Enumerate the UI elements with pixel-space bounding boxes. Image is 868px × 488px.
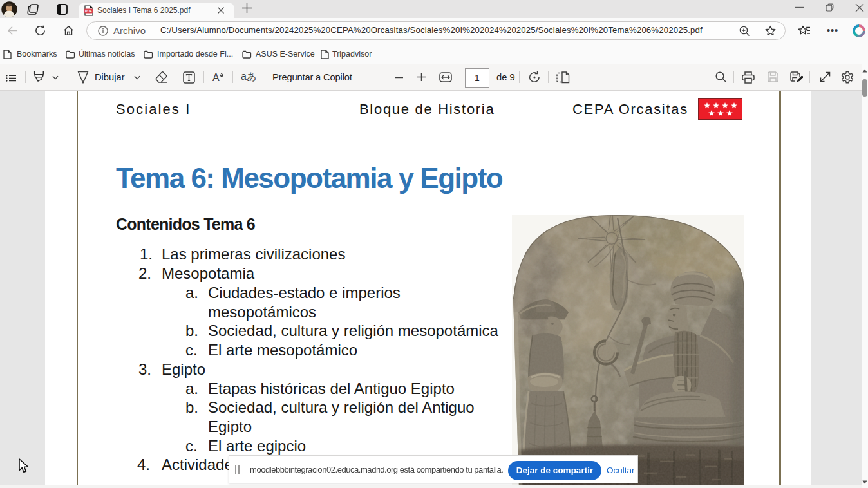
svg-text:A: A <box>212 72 220 83</box>
svg-text:PDF: PDF <box>85 9 92 13</box>
